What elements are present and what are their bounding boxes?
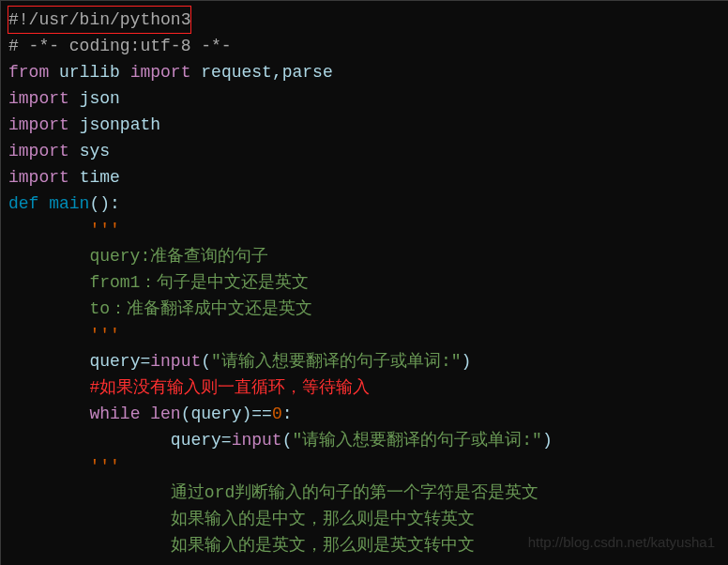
string-literal: "请输入想要翻译的句子或单词:"	[211, 352, 461, 371]
module-name: time	[80, 168, 120, 187]
colon: :	[110, 194, 120, 213]
keyword-def: def	[8, 194, 38, 213]
keyword-while: while	[89, 405, 140, 423]
rparen: )	[241, 405, 251, 423]
encoding-comment: # -*- coding:utf-8 -*-	[8, 37, 232, 55]
parens: ()	[89, 194, 110, 213]
docstring-line: to：准备翻译成中文还是英文	[8, 299, 312, 318]
docstring-quote: '''	[89, 457, 119, 476]
docstring-line: 通过ord判断输入的句子的第一个字符是否是英文	[8, 483, 538, 502]
module-name: json	[80, 89, 120, 108]
variable: query	[190, 405, 241, 423]
docstring-line: 如果输入的是中文，那么则是中文转英文	[8, 510, 475, 528]
rparen: )	[542, 431, 553, 450]
equals: =	[140, 352, 150, 371]
code-viewer: #!/usr/bin/python3 # -*- coding:utf-8 -*…	[0, 0, 728, 565]
keyword-from: from	[8, 63, 49, 82]
keyword-import: import	[8, 168, 69, 187]
module-name: sys	[80, 142, 110, 160]
docstring-quote: '''	[89, 326, 119, 344]
module-name: urllib	[59, 63, 120, 82]
number: 0	[272, 405, 282, 423]
equals: =	[221, 431, 232, 450]
keyword-import: import	[8, 115, 69, 134]
eqeq: ==	[251, 405, 272, 423]
lparen: (	[282, 431, 293, 450]
keyword-import: import	[8, 89, 69, 108]
builtin-input: input	[150, 352, 201, 371]
comment-line: #如果没有输入则一直循环，等待输入	[89, 378, 370, 397]
selection-highlight: #!/usr/bin/python3	[8, 7, 190, 33]
colon: :	[282, 405, 293, 423]
builtin-input: input	[232, 431, 282, 450]
import-names: request,parse	[201, 63, 332, 82]
variable: query	[171, 431, 221, 450]
docstring-line: 如果输入的是英文，那么则是英文转中文	[8, 536, 475, 555]
shebang-line: #!/usr/bin/python3	[8, 10, 190, 29]
lparen: (	[201, 352, 211, 371]
keyword-import: import	[8, 142, 69, 160]
string-literal: "请输入想要翻译的句子或单词:"	[292, 431, 541, 450]
function-name: main	[49, 194, 89, 213]
builtin-len: len	[150, 405, 180, 423]
rparen: )	[461, 352, 471, 371]
keyword-import: import	[130, 63, 191, 82]
module-name: jsonpath	[80, 115, 160, 134]
docstring-line: query:准备查询的句子	[8, 247, 268, 266]
variable: query	[89, 352, 140, 371]
docstring-line: from1：句子是中文还是英文	[8, 273, 309, 292]
docstring-quote: '''	[89, 221, 119, 239]
lparen: (	[181, 405, 191, 423]
